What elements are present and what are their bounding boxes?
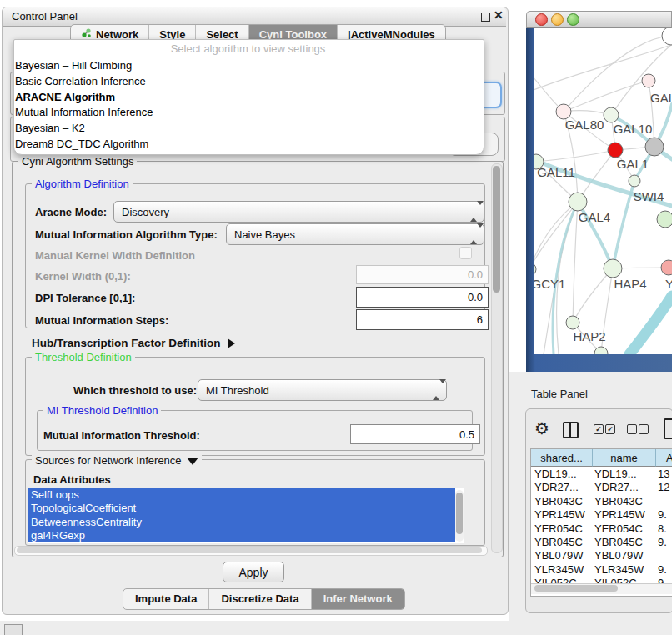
algorithm-item-bayesian-hill-climbing[interactable]: Bayesian – Hill Climbing (15, 58, 449, 74)
table-row[interactable]: YDR27...YDR27...12 (531, 481, 672, 494)
table-cell[interactable]: 13 (655, 468, 672, 481)
table-row[interactable]: YER054CYER054C8. (531, 522, 672, 536)
mi-type-select[interactable]: Naive Bayes (226, 223, 484, 245)
tab-infer-network[interactable]: Infer Network (311, 589, 404, 609)
algorithm-item-basic-correlation-inference[interactable]: Basic Correlation Inference (15, 74, 449, 90)
table-cell[interactable]: YBR045C (531, 536, 592, 549)
attributes-scrollbar-thumb[interactable] (456, 492, 463, 534)
algorithm-item-aracne-algorithm[interactable]: ARACNE Algorithm (15, 90, 449, 106)
network-node-hap4[interactable] (604, 259, 622, 278)
unchecked-checkbox-icon[interactable] (627, 424, 637, 434)
table-cell[interactable]: 9. (655, 577, 672, 583)
hub-definition-toggle[interactable]: Hub/Transcription Factor Definition (32, 337, 235, 349)
minimize-traffic-light-icon[interactable] (551, 13, 564, 26)
network-node-gal10[interactable] (604, 108, 619, 122)
column-header-partial[interactable]: A (656, 449, 672, 467)
mi-steps-field[interactable]: 6 (356, 309, 489, 330)
table-cell[interactable]: 12 (655, 481, 672, 494)
table-cell[interactable]: YDR27... (592, 481, 655, 494)
table-cell[interactable]: YBL079W (592, 549, 655, 562)
data-attributes-list[interactable]: SelfLoopsTopologicalCoefficientBetweenne… (28, 488, 464, 543)
bottom-left-panel-button[interactable] (4, 624, 23, 635)
network-graph[interactable]: GALGAL80GAL10GAL1GAL11SWI4GAL4GCY1HAP4YH… (534, 28, 672, 354)
table-cell[interactable]: YER054C (592, 522, 655, 536)
manual-kernel-checkbox[interactable] (459, 247, 472, 259)
table-row[interactable]: YIL052CYIL052C9. (531, 577, 672, 583)
network-edge[interactable] (536, 150, 615, 162)
float-window-icon[interactable] (481, 12, 490, 22)
close-traffic-light-icon[interactable] (535, 13, 548, 26)
network-node-node-top-right[interactable] (662, 28, 672, 45)
table-row[interactable]: YLR345WYLR345W9. (531, 563, 672, 577)
unchecked-checkbox-icon[interactable] (639, 424, 649, 434)
close-icon[interactable]: ✕ (494, 8, 504, 22)
table-row[interactable]: YBL079WYBL079W (531, 549, 672, 562)
network-node-gcy1[interactable] (534, 262, 536, 276)
table-horizontal-thumb[interactable] (534, 585, 618, 592)
network-edge[interactable] (534, 202, 578, 269)
network-node-node-salmon[interactable] (661, 260, 672, 275)
table-cell[interactable]: YIL052C (592, 577, 655, 583)
table-cell[interactable]: YDR27... (531, 481, 592, 494)
table-cell[interactable] (655, 495, 672, 508)
table-cell[interactable]: YDL19... (531, 468, 592, 481)
table-row[interactable]: YBR043CYBR043C (531, 495, 672, 508)
table-cell[interactable]: 9. (655, 563, 672, 577)
network-edge[interactable] (534, 202, 578, 269)
aracne-mode-select[interactable]: Discovery (113, 201, 484, 222)
table-row[interactable]: YDL19...YDL19...13 (531, 468, 672, 481)
network-node-node-gray[interactable] (645, 138, 664, 156)
network-node-hap2[interactable] (566, 316, 579, 329)
table-cell[interactable]: YPR145W (592, 508, 655, 522)
dpi-tolerance-field[interactable]: 0.0 (356, 287, 489, 308)
tab-impute-data[interactable]: Impute Data (123, 589, 208, 609)
attribute-item-betweennesscentrality[interactable]: BetweennessCentrality (28, 516, 455, 529)
table-cell[interactable]: YBR043C (531, 495, 592, 508)
network-node-swi4[interactable] (629, 175, 640, 187)
column-header-shared-name[interactable]: shared... (531, 449, 593, 467)
kernel-width-field[interactable]: 0.0 (356, 265, 489, 284)
algorithm-item-bayesian-k2[interactable]: Bayesian – K2 (15, 121, 449, 137)
which-threshold-select[interactable]: MI Threshold (198, 379, 447, 401)
columns-icon[interactable] (563, 422, 579, 438)
settings-scrollbar-thumb[interactable] (493, 166, 500, 292)
gear-icon[interactable]: ⚙ (534, 418, 549, 438)
settings-horizontal-thumb[interactable] (17, 548, 482, 553)
network-node-gal-partial-top[interactable] (642, 74, 655, 88)
network-edge[interactable] (613, 181, 634, 268)
document-icon[interactable] (664, 418, 672, 439)
network-node-node-green-right[interactable] (657, 211, 672, 228)
network-node-gal4[interactable] (569, 192, 587, 211)
table-cell[interactable] (655, 549, 672, 562)
table-cell[interactable]: YBR043C (592, 495, 655, 508)
table-row[interactable]: YBR045CYBR045C9. (531, 536, 672, 549)
network-edge[interactable] (573, 202, 578, 322)
tab-discretize-data[interactable]: Discretize Data (208, 589, 310, 609)
mi-threshold-field[interactable]: 0.5 (350, 424, 480, 444)
apply-button[interactable]: Apply (223, 562, 284, 582)
column-header-name[interactable]: name (593, 449, 656, 467)
table-cell[interactable]: YPR145W (531, 508, 592, 522)
sources-toggle[interactable]: Sources for Network Inference (32, 454, 202, 467)
attribute-item-selfloops[interactable]: SelfLoops (28, 488, 455, 502)
checked-checkbox-icon[interactable]: ✓ (594, 424, 604, 434)
table-cell[interactable]: YBR045C (592, 536, 655, 549)
network-canvas[interactable]: GALGAL80GAL10GAL1GAL11SWI4GAL4GCY1HAP4YH… (534, 28, 672, 354)
table-cell[interactable]: YIL052C (531, 577, 592, 583)
table-cell[interactable]: YER054C (531, 522, 592, 536)
table-cell[interactable]: YLR345W (531, 563, 592, 577)
table-row[interactable]: YPR145WYPR145W9. (531, 508, 672, 522)
network-edge[interactable] (573, 268, 613, 322)
network-edge[interactable] (629, 296, 672, 354)
attribute-item-gal4rgexp[interactable]: gal4RGexp (28, 529, 455, 542)
attribute-item-topologicalcoefficient[interactable]: TopologicalCoefficient (28, 502, 455, 515)
network-node-gal1[interactable] (608, 142, 623, 158)
table-cell[interactable]: 9. (655, 508, 672, 522)
algorithm-item-mutual-information-inference[interactable]: Mutual Information Inference (15, 105, 449, 121)
algorithm-item-dream8-dc-tdc-algorithm[interactable]: Dream8 DC_TDC Algorithm (15, 137, 449, 152)
zoom-traffic-light-icon[interactable] (567, 13, 579, 26)
checked-checkbox-icon[interactable]: ✓ (605, 424, 615, 434)
network-window-titlebar[interactable] (526, 11, 672, 28)
table-cell[interactable]: 8. (655, 522, 672, 536)
table-cell[interactable]: 9. (655, 536, 672, 549)
